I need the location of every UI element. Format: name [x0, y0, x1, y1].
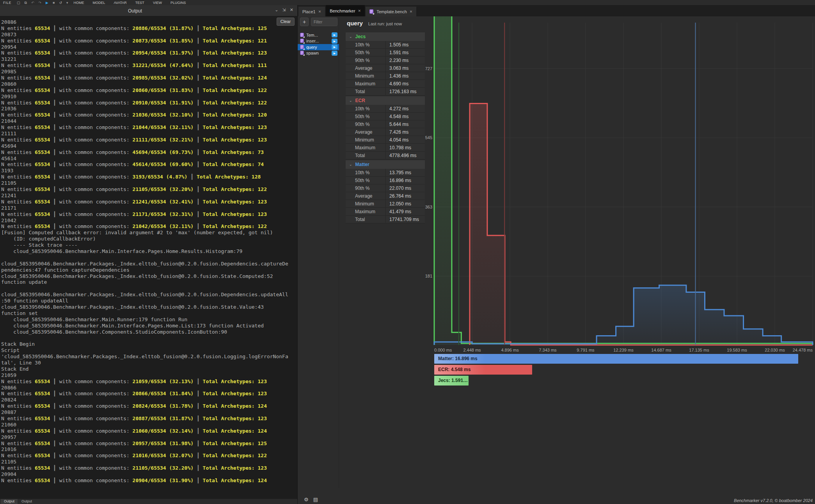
log-line: N entities 65534 ┃ with common component…	[1, 453, 288, 459]
tab-label: Place1	[302, 9, 316, 14]
log-line: N entities 65534 ┃ with common component…	[1, 477, 288, 484]
file-menu[interactable]: FILE	[3, 1, 11, 5]
x-axis-tick-label: 24.478 ms	[793, 348, 813, 352]
close-icon[interactable]: ✕	[290, 7, 293, 12]
settings-gear-icon[interactable]: ⚙	[304, 497, 309, 502]
script-icon	[369, 9, 374, 14]
output-toggle-icon[interactable]: ▤	[313, 497, 318, 502]
log-line: N entities 65534 ┃ with common component…	[1, 465, 288, 471]
open-file-icon[interactable]: ⧉	[25, 1, 27, 5]
x-axis-tick-label: 17.135 ms	[689, 348, 709, 352]
log-line: 20866	[1, 385, 288, 391]
redo-icon[interactable]: ↷	[39, 1, 42, 5]
log-line: N entities 65534 ┃ with common component…	[1, 137, 288, 143]
log-line: 20873	[1, 32, 288, 38]
log-line: 21060	[1, 422, 288, 428]
log-line: 20910	[1, 94, 288, 100]
menu-plugins[interactable]: PLUGINS	[170, 1, 186, 5]
collapse-icon[interactable]: ⌄	[275, 7, 278, 12]
tab-close-icon[interactable]: ✕	[318, 10, 321, 14]
menu-test[interactable]: TEST	[135, 1, 144, 5]
log-line: 'cloud_5853950046.Benchmarker.Packages._…	[1, 354, 288, 360]
log-line: N entities 65534 ┃ with common component…	[1, 62, 288, 69]
menu-view[interactable]: VIEW	[153, 1, 162, 5]
log-line	[1, 285, 288, 292]
tab-close-icon[interactable]: ✕	[410, 10, 413, 14]
log-line: N entities 65534 ┃ with common component…	[1, 50, 288, 56]
log-line: 3193	[1, 168, 288, 174]
log-line: :50 function updateAll	[1, 298, 288, 304]
log-line: 21036	[1, 106, 288, 112]
log-line: cloud_5853950046.Benchmarker.Packages._I…	[1, 292, 288, 298]
benchmarker-panel: + Tem...▶inser...▶query▶spawn▶ queryLast…	[297, 16, 815, 504]
y-axis-tick-label: 181	[425, 274, 432, 278]
log-line: N entities 65534 ┃ with common component…	[1, 440, 288, 447]
log-line: 20985	[1, 69, 288, 75]
log-line: N entities 65534 ┃ with common component…	[1, 87, 288, 94]
log-line: N entities 65534 ┃ with common component…	[1, 211, 288, 218]
x-axis-tick-label: 2.448 ms	[463, 348, 481, 352]
log-line: N entities 65534 ┃ with common component…	[1, 25, 288, 32]
log-line: N entities 65534 ┃ with common component…	[1, 112, 288, 118]
log-line: 20887	[1, 409, 288, 416]
log-line: cloud_5853950046.Benchmarker.Main.Interf…	[1, 323, 288, 329]
log-line: N entities 65534 ┃ with common component…	[1, 223, 288, 230]
tab-template-bench[interactable]: Template.bench✕	[366, 7, 416, 16]
x-axis-tick-label: 19.583 ms	[727, 348, 747, 352]
log-line	[1, 255, 288, 261]
log-line: 20904	[1, 471, 288, 477]
histogram-chart: 1813635457279090.000 ms2.448 ms4.896 ms7…	[298, 16, 815, 504]
log-line: cloud_5853950046.Benchmarker.Packages._I…	[1, 304, 288, 310]
clear-button[interactable]: Clear	[277, 18, 295, 26]
x-axis-tick-label: 7.343 ms	[539, 348, 557, 352]
log-line: Script	[1, 347, 288, 354]
tab-label: Benchmarker	[330, 9, 355, 13]
log-line: N entities 65534 ┃ with common component…	[1, 186, 288, 193]
plugin-footer-icons: ⚙▤	[304, 497, 318, 502]
dropdown-icon[interactable]: ▾	[66, 1, 68, 5]
menu-avatar[interactable]: AVATAR	[114, 1, 127, 5]
ribbon-menu: HOMEMODELAVATARTESTVIEWPLUGINS	[74, 1, 186, 5]
output-bottom-tab[interactable]: Output	[1, 499, 18, 504]
log-line: Stack Begin	[1, 341, 288, 347]
menu-model[interactable]: MODEL	[93, 1, 105, 5]
log-line: cloud_5853950046.Benchmarker.Main.Interf…	[1, 248, 288, 255]
log-line: (ID: computedCallbackError)	[1, 236, 288, 242]
log-line: N entities 65534 ┃ with common component…	[1, 378, 288, 385]
y-axis-tick-label: 727	[425, 66, 432, 71]
studio-window: { "menubar": { "file_label": "FILE", "ic…	[0, 0, 815, 504]
tab-benchmarker[interactable]: Benchmarker✕	[326, 5, 365, 16]
log-line: 21016	[1, 446, 288, 453]
log-line: N entities 65534 ┃ with common component…	[1, 174, 288, 180]
log-line: cloud_5853950046.Benchmarker.Packages._I…	[1, 261, 288, 267]
output-bottom-tab[interactable]: Output	[18, 499, 35, 504]
output-log-wrap: 20886N entities 65534 ┃ with common comp…	[0, 16, 297, 499]
log-line: ---- Stack trace ----	[1, 242, 288, 248]
stop-icon[interactable]: ■	[53, 1, 55, 5]
menu-home[interactable]: HOME	[74, 1, 84, 5]
log-line: N entities 65534 ┃ with common component…	[1, 428, 288, 434]
x-axis-tick-label: 14.687 ms	[651, 348, 671, 352]
log-line: function update	[1, 279, 288, 285]
log-line: [Fusion] Computed callback error: invali…	[1, 230, 288, 236]
log-line: N entities 65534 ┃ with common component…	[1, 149, 288, 156]
legend-bar-matter: Matter: 16.896 ms	[434, 354, 798, 364]
log-line: cloud_5853950046.Benchmarker.Packages._I…	[1, 273, 288, 279]
float-window-icon[interactable]: ⇲	[282, 7, 286, 12]
output-bottom-tabbar: OutputOutput	[0, 499, 297, 504]
tab-close-icon[interactable]: ✕	[358, 9, 361, 13]
document-tabstrip: Place1✕Benchmarker✕Template.bench✕	[297, 5, 815, 16]
tab-place1[interactable]: Place1✕	[298, 7, 325, 16]
undo-icon[interactable]: ↶	[31, 1, 34, 5]
y-axis-tick-label: 363	[425, 205, 432, 209]
log-line: N entities 65534 ┃ with common component…	[1, 391, 288, 397]
new-file-icon[interactable]: ▢	[17, 1, 20, 5]
tab-label: Template.bench	[376, 9, 407, 14]
play-icon[interactable]: ▶	[46, 1, 48, 5]
reset-icon[interactable]: ↺	[59, 1, 62, 5]
log-line: 21241	[1, 193, 288, 199]
quick-toolbar: ▢⧉↶↷▶■↺▾	[17, 1, 68, 5]
output-titlebar: Output ⌄⇲✕	[0, 5, 297, 16]
log-line: 21111	[1, 131, 288, 137]
output-log: 20886N entities 65534 ┃ with common comp…	[1, 19, 288, 484]
